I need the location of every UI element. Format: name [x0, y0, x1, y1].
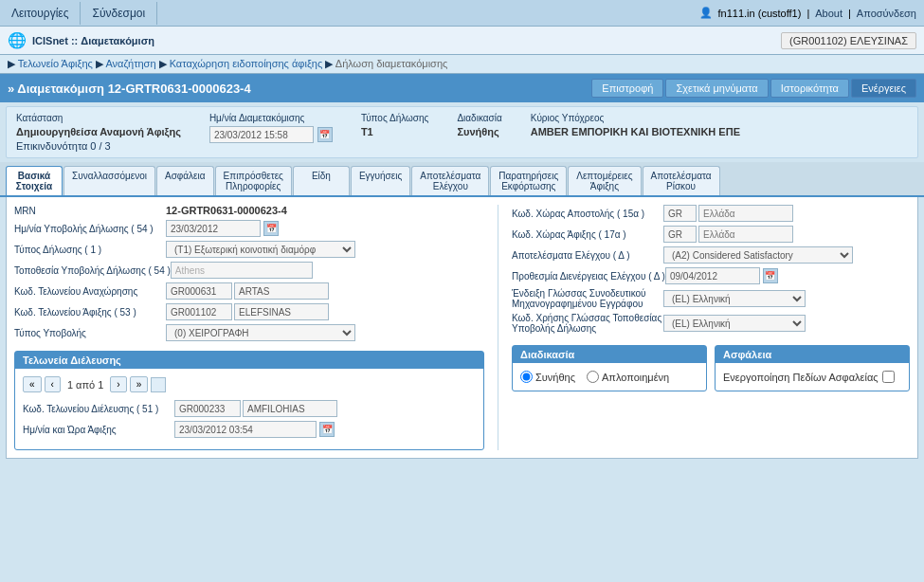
- departure-customs-code-input[interactable]: [166, 282, 232, 300]
- submission-date-calendar-icon[interactable]: 📅: [263, 221, 279, 236]
- nav-leitourgies[interactable]: Λειτουργίες: [0, 2, 81, 25]
- departure-customs-label: Κωδ. Τελωνείου Αναχώρησης: [14, 286, 166, 297]
- actions-button[interactable]: Ενέργειες: [851, 79, 916, 98]
- breadcrumb-teleweio[interactable]: Τελωνείο Άφιξης: [18, 58, 93, 69]
- transit-arrival-date-input[interactable]: [174, 421, 317, 438]
- control-deadline-label: Προθεσμία Διενέργειας Ελέγχου ( Δ ): [512, 271, 665, 282]
- language-submission-select[interactable]: (EL) Ελληνική: [663, 315, 806, 332]
- about-link[interactable]: About: [815, 8, 842, 19]
- process-radio-normal-input[interactable]: [520, 371, 533, 383]
- pag-first-btn[interactable]: «: [23, 376, 42, 392]
- submission-office-label: Τοποθεσία Υποβολής Δήλωσης ( 54 ): [14, 265, 171, 276]
- security-checkbox-row: Ενεργοποίηση Πεδίων Ασφαλείας: [723, 371, 901, 383]
- language-paper-select[interactable]: (EL) Ελληνική: [663, 290, 806, 307]
- process-radio-normal-label: Συνήθης: [535, 372, 575, 383]
- submission-date-row: Ημ/νία Υποβολής Δήλωσης ( 54 ) 📅: [14, 220, 484, 237]
- tab-security[interactable]: Ασφάλεια: [156, 166, 214, 195]
- pag-next-btn[interactable]: ›: [110, 376, 126, 392]
- control-deadline-inline: 📅: [665, 267, 778, 284]
- departure-customs-name-input[interactable]: [234, 282, 329, 300]
- process-radio-group: Συνήθης Απλοποιημένη: [520, 371, 698, 383]
- control-deadline-calendar-icon[interactable]: 📅: [763, 268, 778, 283]
- control-result-row: Αποτελέσματα Ελέγχου ( Δ ) (A2) Consider…: [512, 246, 910, 264]
- breadcrumb-kataxwrisi[interactable]: Καταχώρηση ειδοποίησης άφιξης: [170, 58, 323, 69]
- transit-customs-code-input[interactable]: [174, 400, 241, 417]
- process-box-content: Συνήθης Απλοποιημένη: [513, 363, 706, 391]
- tab-additional[interactable]: ΕπιπρόσθετεςΠληροφορίες: [215, 166, 292, 195]
- arrival-country-label: Κωδ. Χώρας Άφιξης ( 17α ): [512, 229, 663, 240]
- process-radio-normal[interactable]: Συνήθης: [520, 371, 575, 383]
- severity-label: Επικινδυνότητα 0 / 3: [16, 140, 181, 152]
- process-radio-simplified-input[interactable]: [587, 371, 599, 383]
- type-label: Τύπος Δήλωσης: [361, 113, 429, 123]
- status-value: Δημιουργηθείσα Αναμονή Άφιξης: [16, 126, 181, 137]
- transit-section-title: Τελωνεία Διέλευσης: [15, 352, 483, 369]
- dispatch-country-code-input[interactable]: [663, 205, 697, 222]
- transit-customs-label: Κωδ. Τελωνείου Διέλευσης ( 51 ): [23, 404, 174, 414]
- tab-items[interactable]: Είδη: [293, 166, 350, 195]
- history-button[interactable]: Ιστορικότητα: [770, 79, 849, 98]
- tabs-container: ΒασικάΣτοιχεία Συναλλασσόμενοι Ασφάλεια …: [0, 162, 924, 197]
- tab-guarantees[interactable]: Εγγυήσεις: [351, 166, 410, 195]
- dispatch-country-pair: [663, 205, 793, 222]
- date-group: Ημ/νία Διαμετακόμισης 📅: [209, 113, 333, 143]
- messages-button[interactable]: Σχετικά μηνύματα: [665, 79, 768, 98]
- tab-traders[interactable]: Συναλλασσόμενοι: [63, 166, 155, 195]
- arrival-country-code-input[interactable]: [663, 226, 697, 243]
- arrival-customs-row: Κωδ. Τελωνείου Άφιξης ( 53 ): [14, 303, 484, 320]
- arrival-customs-code-input[interactable]: [166, 303, 232, 320]
- arrival-customs-name-input[interactable]: [234, 303, 329, 320]
- control-result-select[interactable]: (A2) Considered Satisfactory: [663, 246, 853, 264]
- tab-remarks[interactable]: ΠαρατηρήσειςΕκφόρτωσης: [490, 166, 567, 195]
- submission-type-label: Τύπος Υποβολής: [14, 328, 166, 338]
- mrn-label: MRN: [14, 206, 166, 216]
- transit-arrival-date-label: Ημ/νία και Ώρα Άφιξης: [23, 425, 174, 435]
- submission-office-input[interactable]: [171, 262, 313, 279]
- tab-arrival-details[interactable]: ΛεπτομέρειεςΆφιξης: [568, 166, 641, 195]
- tab-control-results[interactable]: ΑποτελέσματαΕλέγχου: [411, 166, 489, 195]
- security-checkbox-input[interactable]: [882, 371, 895, 383]
- tab-basic[interactable]: ΒασικάΣτοιχεία: [6, 166, 63, 195]
- process-radio-simplified[interactable]: Απλοποιημένη: [587, 371, 669, 383]
- breadcrumb-anazitisi[interactable]: Αναζήτηση: [105, 58, 155, 69]
- page-title: » Διαμετακόμιση 12-GRTR0631-0000623-4: [8, 82, 251, 96]
- arrival-country-name-input[interactable]: [698, 226, 793, 243]
- page-actions: Επιστροφή Σχετικά μηνύματα Ιστορικότητα …: [591, 79, 916, 98]
- arrival-country-row: Κωδ. Χώρας Άφιξης ( 17α ): [512, 226, 910, 243]
- declaration-type-row: Τύπος Δήλωσης ( 1 ) (T1) Εξωτερική κοινο…: [14, 241, 484, 258]
- logout-link[interactable]: Αποσύνδεση: [857, 8, 916, 19]
- control-result-label: Αποτελέσματα Ελέγχου ( Δ ): [512, 250, 663, 261]
- top-nav-right: 👤 fn111.in (custoff1) | About | Αποσύνδε…: [699, 7, 924, 19]
- dispatch-country-row: Κωδ. Χώρας Αποστολής ( 15α ): [512, 205, 910, 222]
- language-paper-label: Ένδειξη Γλώσσας Συνοδευτικού Μηχανογραφη…: [512, 288, 663, 309]
- calendar-icon[interactable]: 📅: [317, 127, 333, 142]
- user-name: fn111.in (custoff1): [718, 8, 802, 19]
- process-box-title: Διαδικασία: [513, 346, 706, 363]
- arrival-customs-pair: [166, 303, 329, 320]
- bottom-section: Διαδικασία Συνήθης Απλοποιημένη: [512, 345, 910, 391]
- language-submission-label: Κωδ. Χρήσης Γλώσσας Τοποθεσίας Υποβολής …: [512, 313, 663, 334]
- submission-type-row: Τύπος Υποβολής (0) ΧΕΙΡΟΓΡΑΦΗ: [14, 324, 484, 341]
- pag-prev-btn[interactable]: ‹: [45, 376, 61, 392]
- declaration-type-select[interactable]: (T1) Εξωτερική κοινοτική διαμόρφ: [166, 241, 355, 258]
- pag-box[interactable]: [151, 377, 166, 392]
- pag-last-btn[interactable]: »: [130, 376, 149, 392]
- submission-date-input[interactable]: [166, 220, 261, 237]
- transit-customs-name-input[interactable]: [243, 400, 337, 417]
- tab-risk-results[interactable]: ΑποτελέσματαΡίσκου: [643, 166, 720, 195]
- type-group: Τύπος Δήλωσης T1: [361, 113, 429, 137]
- transit-arrival-calendar-icon[interactable]: 📅: [319, 422, 335, 437]
- dispatch-country-name-input[interactable]: [698, 205, 793, 222]
- date-label: Ημ/νία Διαμετακόμισης: [209, 113, 333, 123]
- nav-syndesmoi[interactable]: Σύνδεσμοι: [81, 2, 157, 25]
- date-input[interactable]: [209, 126, 314, 143]
- submission-type-select[interactable]: (0) ΧΕΙΡΟΓΡΑΦΗ: [166, 324, 355, 341]
- pag-info: 1 από 1: [63, 379, 107, 391]
- control-deadline-input[interactable]: [665, 267, 760, 284]
- top-navigation: Λειτουργίες Σύνδεσμοι 👤 fn111.in (custof…: [0, 0, 924, 27]
- process-label: Διαδικασία: [457, 113, 501, 123]
- language-paper-row: Ένδειξη Γλώσσας Συνοδευτικού Μηχανογραφη…: [512, 288, 910, 309]
- security-box: Ασφάλεια Ενεργοποίηση Πεδίων Ασφαλείας: [715, 345, 910, 391]
- back-button[interactable]: Επιστροφή: [591, 79, 663, 98]
- pagination-bar: « ‹ 1 από 1 › »: [23, 376, 476, 392]
